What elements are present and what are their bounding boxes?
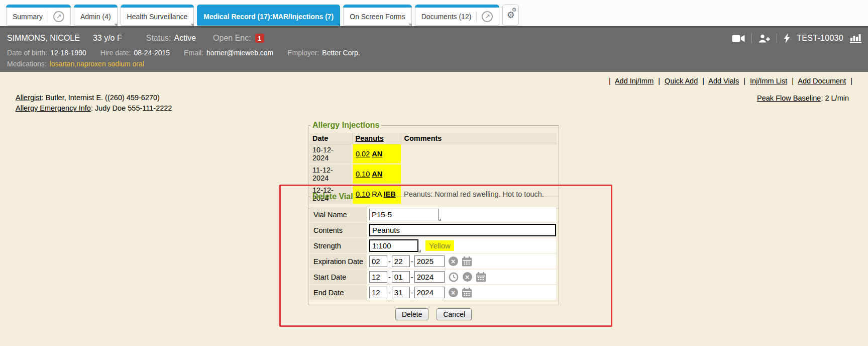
tab-summary[interactable]: Summary ↗ bbox=[6, 5, 71, 26]
tab-medical-record-label: Medical Record (17):MAR/Injections (7) bbox=[203, 13, 334, 21]
end-month-input[interactable] bbox=[369, 287, 387, 298]
peanuts-column-header: Peanuts bbox=[352, 133, 401, 144]
add-user-icon[interactable] bbox=[758, 34, 770, 43]
end-date-row: End Date - - × bbox=[310, 285, 556, 300]
end-date-label: End Date bbox=[310, 285, 367, 300]
tab-on-screen-forms[interactable]: On Screen Forms bbox=[343, 5, 411, 26]
expiration-day-input[interactable] bbox=[392, 255, 410, 267]
resize-grip-icon bbox=[438, 218, 441, 221]
email-value: horner@mieweb.com bbox=[206, 49, 273, 57]
delete-vial-legend: Delete Vial bbox=[310, 192, 355, 201]
dose-link[interactable]: 0.10 bbox=[356, 170, 370, 178]
date-separator: - bbox=[411, 257, 413, 266]
vial-name-input[interactable] bbox=[369, 209, 439, 220]
peak-flow-baseline: Peak Flow Baseline: 2 L/min bbox=[757, 94, 849, 102]
peak-flow-value: : 2 L/min bbox=[821, 94, 849, 102]
clear-date-icon[interactable]: × bbox=[449, 288, 458, 297]
end-day-input[interactable] bbox=[392, 287, 410, 298]
employer-value: Better Corp. bbox=[322, 49, 360, 57]
patient-medications-row: Medications: losartan , naproxen sodium … bbox=[7, 59, 144, 69]
medication-link[interactable]: naproxen sodium oral bbox=[76, 60, 144, 68]
clear-date-icon[interactable]: × bbox=[449, 256, 458, 266]
date-column-header: Date bbox=[309, 133, 352, 144]
popout-arrow-icon: ↗ bbox=[53, 11, 64, 22]
dose-link[interactable]: 0.02 bbox=[356, 150, 370, 158]
injection-comment bbox=[401, 164, 557, 184]
resize-grip-icon bbox=[418, 249, 421, 252]
start-day-input[interactable] bbox=[392, 271, 410, 283]
vial-name-value-cell bbox=[367, 207, 556, 222]
allergy-contact-info: Allergist: Butler, Internist E. ((260) 4… bbox=[16, 93, 172, 114]
dob-value: 12-18-1990 bbox=[50, 49, 86, 57]
table-header-row: Date Peanuts Comments bbox=[309, 133, 557, 144]
contents-value-cell bbox=[367, 223, 556, 237]
date-separator: - bbox=[388, 273, 391, 281]
bar-chart-icon[interactable] bbox=[850, 33, 862, 43]
tab-admin[interactable]: Admin (4) bbox=[74, 5, 118, 26]
add-document-link[interactable]: Add Document bbox=[798, 77, 846, 85]
calendar-icon[interactable] bbox=[462, 256, 472, 267]
tab-strip: Summary ↗ Admin (4) Health Surveillance … bbox=[6, 5, 519, 26]
clock-icon[interactable] bbox=[449, 272, 459, 282]
delete-vial-buttons: Delete Cancel bbox=[308, 308, 559, 320]
inj-imm-list-link[interactable]: Inj/Imm List bbox=[750, 77, 787, 85]
table-row: 10-12-2024 0.02 AN bbox=[309, 144, 557, 164]
contents-input[interactable] bbox=[369, 224, 556, 236]
calendar-icon[interactable] bbox=[462, 288, 472, 298]
allergist-link[interactable]: Allergist bbox=[16, 94, 42, 102]
add-inj-imm-link[interactable]: Add Inj/Imm bbox=[615, 77, 654, 85]
strength-input[interactable] bbox=[369, 239, 418, 252]
patient-name: SIMMONS, NICOLE bbox=[7, 34, 80, 43]
link-separator: | bbox=[792, 77, 794, 85]
webchart-app: Summary ↗ Admin (4) Health Surveillance … bbox=[0, 0, 868, 346]
documents-popout-button[interactable]: ↗ bbox=[476, 11, 493, 22]
patient-summary-row: SIMMONS, NICOLE 33 y/o F Status: Active … bbox=[7, 31, 264, 45]
peak-flow-link[interactable]: Peak Flow Baseline bbox=[757, 94, 821, 102]
allergist-details: : Butler, Internist E. ((260) 459-6270) bbox=[42, 94, 160, 102]
delete-button[interactable]: Delete bbox=[395, 308, 428, 320]
patient-header-actions: TEST-10030 bbox=[732, 32, 862, 45]
divider bbox=[751, 33, 752, 43]
tab-documents[interactable]: Documents (12) ↗ bbox=[415, 5, 500, 26]
action-links: | Add Inj/Imm | Quick Add | Add Vials | … bbox=[606, 77, 855, 85]
reaction-code-link[interactable]: AN bbox=[372, 150, 382, 158]
start-year-input[interactable] bbox=[414, 271, 445, 283]
date-separator: - bbox=[411, 289, 413, 297]
allergy-emergency-details: : Judy Doe 555-111-2222 bbox=[91, 104, 172, 112]
open-enc-badge[interactable]: 1 bbox=[255, 34, 264, 43]
tab-summary-label: Summary bbox=[13, 13, 43, 21]
tab-documents-label: Documents (12) bbox=[421, 13, 472, 21]
clear-date-icon[interactable]: × bbox=[463, 272, 472, 282]
main-content: | Add Inj/Imm | Quick Add | Add Vials | … bbox=[0, 72, 868, 346]
cancel-button[interactable]: Cancel bbox=[437, 308, 472, 320]
tab-on-screen-forms-label: On Screen Forms bbox=[350, 13, 405, 21]
tab-health-surveillance-label: Health Surveillance bbox=[127, 13, 188, 21]
lightning-bolt-icon[interactable] bbox=[784, 33, 790, 43]
settings-button[interactable]: ⚙ ⚙ bbox=[502, 5, 519, 26]
peanuts-header-link[interactable]: Peanuts bbox=[356, 134, 384, 142]
add-vials-link[interactable]: Add Vials bbox=[708, 77, 739, 85]
tab-health-surveillance[interactable]: Health Surveillance bbox=[121, 5, 194, 26]
dob-label: Date of birth: bbox=[7, 49, 47, 57]
video-camera-icon[interactable] bbox=[732, 34, 745, 43]
summary-popout-button[interactable]: ↗ bbox=[48, 11, 64, 22]
quick-add-link[interactable]: Quick Add bbox=[665, 77, 698, 85]
expiration-month-input[interactable] bbox=[369, 255, 387, 267]
expiration-year-input[interactable] bbox=[414, 255, 445, 267]
divider bbox=[777, 33, 777, 43]
start-date-row: Start Date - - × bbox=[310, 270, 556, 284]
medication-link[interactable]: losartan bbox=[50, 60, 75, 68]
reaction-code-link[interactable]: AN bbox=[372, 170, 382, 178]
allergy-emergency-link[interactable]: Allergy Emergency Info bbox=[16, 104, 91, 112]
injection-date: 11-12-2024 bbox=[309, 164, 352, 184]
tab-medical-record[interactable]: Medical Record (17):MAR/Injections (7) bbox=[197, 5, 340, 26]
expiration-date-label: Expiration Date bbox=[310, 254, 367, 269]
date-separator: - bbox=[388, 289, 391, 297]
expiration-date-row: Expiration Date - - × bbox=[310, 254, 556, 269]
vial-name-row: Vial Name bbox=[310, 207, 556, 222]
vial-name-label: Vial Name bbox=[310, 207, 367, 222]
calendar-icon[interactable] bbox=[476, 272, 486, 282]
end-year-input[interactable] bbox=[414, 287, 445, 298]
start-month-input[interactable] bbox=[369, 271, 387, 283]
status-value: Active bbox=[174, 34, 196, 43]
